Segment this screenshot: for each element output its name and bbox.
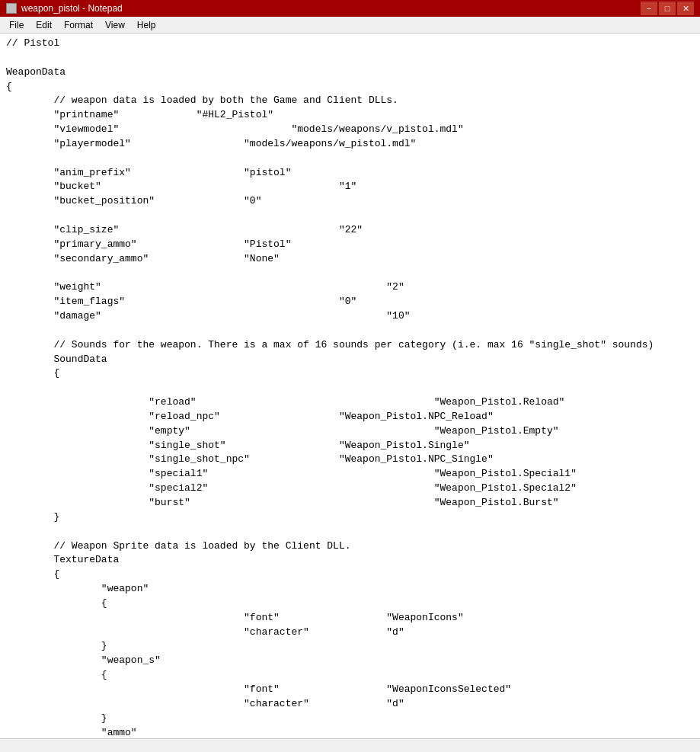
status-bar [0,738,700,752]
close-button[interactable]: ✕ [677,2,694,15]
menu-format[interactable]: Format [58,17,99,33]
minimize-button[interactable]: − [641,2,657,15]
window-controls: − □ ✕ [641,2,694,15]
menu-edit[interactable]: Edit [30,17,58,33]
title-bar: weapon_pistol - Notepad − □ ✕ [0,0,700,17]
menu-file[interactable]: File [3,17,30,33]
menu-bar: File Edit Format View Help [0,17,700,34]
text-editor[interactable]: // Pistol WeaponData { // weapon data is… [0,34,700,738]
menu-help[interactable]: Help [131,17,162,33]
maximize-button[interactable]: □ [659,2,676,15]
menu-view[interactable]: View [99,17,131,33]
window-title: weapon_pistol - Notepad [21,3,641,14]
app-icon [6,3,17,14]
